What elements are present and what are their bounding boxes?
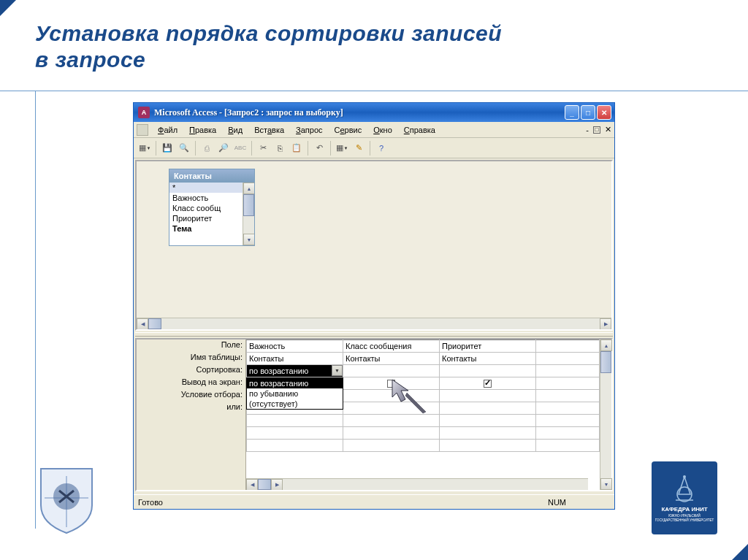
grid-hscroll[interactable]: ◀ ▶ — [246, 478, 588, 490]
spell-button[interactable]: ABC — [232, 140, 248, 156]
grid-cell-field[interactable]: Важность — [247, 340, 343, 353]
sort-option[interactable]: (отсутствует) — [247, 399, 343, 409]
label-or: или: — [137, 402, 245, 414]
corner-decoration-tl — [0, 0, 16, 16]
table-panel[interactable]: Контакты * Важность Класс сообщ Приорите… — [169, 169, 255, 246]
title-line1: Установка порядка сортировки записей — [35, 21, 502, 45]
field-item[interactable]: Приоритет — [169, 213, 254, 223]
menu-help[interactable]: Справка — [399, 124, 440, 136]
status-text: Готово — [138, 498, 548, 507]
save-button[interactable]: 💾 — [159, 140, 175, 156]
grid-cell-table[interactable]: Контакты — [343, 353, 440, 365]
table-field-list[interactable]: * Важность Класс сообщ Приоритет Тема ▲ … — [169, 183, 254, 245]
table-panel-title[interactable]: Контакты — [169, 169, 254, 183]
logo-right-sub: ЮЖНО-УРАЛЬСКИЙ ГОСУДАРСТВЕННЫЙ УНИВЕРСИТ… — [654, 514, 714, 522]
preview-button[interactable]: 🔎 — [215, 140, 232, 156]
grid-vscroll[interactable]: ▲ ▼ — [600, 340, 611, 490]
cut-button[interactable]: ✂ — [255, 140, 271, 156]
grid-cell-field[interactable]: Приоритет — [440, 340, 536, 353]
workspace-hscroll[interactable]: ◀ ▶ — [137, 318, 611, 329]
menubar: Файл Правка Вид Вставка Запрос Сервис Ок… — [134, 122, 614, 138]
doc-minimize-icon[interactable]: - — [586, 126, 589, 134]
slide-title: Установка порядка сортировки записей в з… — [35, 20, 502, 73]
close-button[interactable]: ✕ — [597, 105, 611, 120]
undo-button[interactable]: ↶ — [311, 140, 327, 156]
sort-option[interactable]: по возрастанию — [247, 378, 343, 388]
grid-cell-empty[interactable] — [536, 353, 600, 365]
paste-button[interactable]: 📋 — [289, 140, 305, 156]
menu-window[interactable]: Окно — [368, 124, 397, 136]
statusbar: Готово NUM — [134, 494, 614, 509]
access-window: A Microsoft Access - [Запрос2 : запрос н… — [133, 102, 615, 510]
help-button[interactable]: ? — [373, 140, 389, 156]
scroll-left-icon[interactable]: ◀ — [246, 479, 258, 490]
grid-row-labels: Поле: Имя таблицы: Сортировка: Вывод на … — [137, 340, 246, 490]
title-line2: в запросе — [35, 47, 145, 72]
scroll-right-icon[interactable]: ▶ — [271, 479, 283, 490]
field-item[interactable]: Тема — [169, 223, 254, 234]
label-show: Вывод на экран: — [137, 377, 245, 389]
logo-right-label: КАФЕДРА ИНИТ — [661, 506, 707, 513]
menu-insert[interactable]: Вставка — [249, 124, 289, 136]
title-underline — [0, 91, 748, 91]
grid-cell-table[interactable]: Контакты — [247, 353, 343, 365]
grid-cell-sort[interactable] — [440, 365, 536, 377]
field-scrollbar[interactable]: ▲ ▼ — [243, 183, 254, 245]
doc-restore-icon[interactable]: □ — [593, 126, 600, 134]
maximize-button[interactable]: □ — [581, 105, 595, 120]
query-design-grid: Поле: Имя таблицы: Сортировка: Вывод на … — [135, 338, 613, 491]
scroll-down-icon[interactable]: ▼ — [600, 478, 612, 490]
field-item[interactable]: Важность — [169, 193, 254, 203]
grid-cell-empty[interactable] — [536, 377, 600, 390]
window-title: Microsoft Access - [Запрос2 : запрос на … — [154, 107, 565, 118]
scroll-down-icon[interactable]: ▼ — [243, 234, 254, 245]
svg-point-4 — [683, 475, 686, 478]
logo-left — [34, 461, 99, 534]
toolbar: ▦▼ 💾 🔍 ⎙ 🔎 ABC ✂ ⎘ 📋 ↶ ▦▼ ✎ ? — [134, 138, 614, 158]
status-num: NUM — [548, 498, 566, 507]
menu-service[interactable]: Сервис — [329, 124, 367, 136]
view-button[interactable]: ▦▼ — [137, 140, 153, 156]
menu-file[interactable]: Файл — [153, 124, 183, 136]
dropdown-arrow-icon[interactable]: ▼ — [332, 365, 343, 376]
query-type-button[interactable]: ▦▼ — [334, 140, 350, 156]
grid-cell-empty[interactable] — [536, 365, 600, 377]
field-item[interactable]: Класс сообщ — [169, 203, 254, 213]
scroll-right-icon[interactable]: ▶ — [600, 318, 611, 330]
checkbox-checked-icon[interactable] — [484, 380, 492, 388]
grid-cell-show[interactable] — [343, 377, 440, 390]
logo-right: КАФЕДРА ИНИТ ЮЖНО-УРАЛЬСКИЙ ГОСУДАРСТВЕН… — [652, 461, 717, 534]
sort-dropdown-menu[interactable]: по возрастанию по убыванию (отсутствует) — [246, 377, 343, 410]
checkbox-icon[interactable] — [387, 380, 395, 388]
search-button[interactable]: 🔍 — [176, 140, 192, 156]
doc-close-icon[interactable]: ✕ — [605, 125, 611, 134]
scroll-up-icon[interactable]: ▲ — [243, 183, 254, 194]
menu-query[interactable]: Запрос — [291, 124, 327, 136]
grid-cell-sort-active[interactable]: по возрастанию ▼ по возрастанию по убыва… — [247, 365, 343, 377]
field-item[interactable]: * — [169, 183, 254, 193]
label-sort: Сортировка: — [137, 364, 245, 377]
titlebar[interactable]: A Microsoft Access - [Запрос2 : запрос н… — [134, 103, 614, 122]
grid-cell-empty[interactable] — [536, 340, 600, 353]
grid-cell-show[interactable] — [440, 377, 536, 390]
label-table: Имя таблицы: — [137, 352, 245, 364]
menu-edit[interactable]: Правка — [184, 124, 221, 136]
query-design-upper[interactable]: Контакты * Важность Класс сообщ Приорите… — [135, 160, 613, 331]
sort-option[interactable]: по убыванию — [247, 388, 343, 399]
run-button[interactable]: ✎ — [351, 140, 367, 156]
scroll-left-icon[interactable]: ◀ — [137, 318, 148, 330]
menu-view[interactable]: Вид — [223, 124, 248, 136]
label-criteria: Условие отбора: — [137, 389, 245, 402]
grid-cell-table[interactable]: Контакты — [440, 353, 536, 365]
grid-columns[interactable]: Важность Класс сообщения Приоритет Конта… — [246, 340, 600, 490]
grid-cell-sort[interactable] — [343, 365, 440, 377]
corner-decoration-br — [732, 544, 748, 560]
print-button[interactable]: ⎙ — [199, 140, 215, 156]
minimize-button[interactable]: _ — [565, 105, 579, 120]
label-field: Поле: — [137, 340, 245, 352]
grid-cell-field[interactable]: Класс сообщения — [343, 340, 440, 353]
copy-button[interactable]: ⎘ — [272, 140, 288, 156]
scroll-up-icon[interactable]: ▲ — [600, 340, 612, 351]
menu-app-icon[interactable] — [137, 124, 148, 136]
pane-divider[interactable] — [135, 332, 613, 337]
